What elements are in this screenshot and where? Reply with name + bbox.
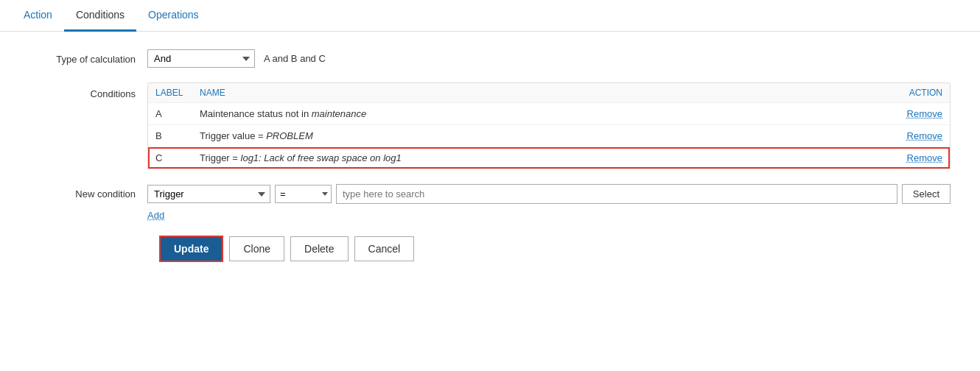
conditions-table-header: LABEL NAME ACTION bbox=[148, 83, 950, 103]
new-condition-operator-select[interactable]: = ≠ < > contains bbox=[275, 185, 332, 203]
table-row: B Trigger value = PROBLEM Remove bbox=[148, 125, 950, 147]
new-condition-search-input[interactable] bbox=[336, 184, 897, 204]
table-row: C Trigger = log1: Lack of free swap spac… bbox=[148, 147, 950, 169]
row-action: Remove bbox=[891, 125, 950, 147]
tab-operations[interactable]: Operations bbox=[136, 0, 210, 32]
remove-link[interactable]: Remove bbox=[907, 130, 942, 141]
new-condition-section: New condition Trigger Trigger name Trigg… bbox=[29, 184, 951, 221]
clone-button[interactable]: Clone bbox=[229, 236, 284, 261]
tab-conditions[interactable]: Conditions bbox=[64, 0, 136, 32]
tab-action[interactable]: Action bbox=[12, 0, 64, 32]
row-action: Remove bbox=[891, 147, 950, 169]
update-button[interactable]: Update bbox=[159, 236, 223, 262]
row-name-italic: maintenance bbox=[312, 108, 366, 119]
main-content: Type of calculation And Or Custom expres… bbox=[0, 32, 980, 280]
col-action-header: ACTION bbox=[891, 83, 950, 103]
select-button[interactable]: Select bbox=[902, 184, 951, 204]
row-name-italic: log1: Lack of free swap space on log1 bbox=[241, 152, 402, 163]
row-name: Trigger value = PROBLEM bbox=[192, 125, 891, 147]
table-row: A Maintenance status not in maintenance … bbox=[148, 103, 950, 125]
new-condition-controls: Trigger Trigger name Trigger severity Ho… bbox=[147, 184, 951, 221]
type-of-calculation-select[interactable]: And Or Custom expression bbox=[147, 49, 255, 68]
type-of-calculation-control: And Or Custom expression A and B and C bbox=[147, 49, 951, 68]
conditions-section: Conditions LABEL NAME ACTION A Maintenan… bbox=[29, 82, 951, 169]
new-condition-label: New condition bbox=[29, 184, 147, 199]
calc-formula: A and B and C bbox=[264, 53, 326, 64]
new-condition-type-select[interactable]: Trigger Trigger name Trigger severity Ho… bbox=[147, 185, 270, 203]
row-name: Trigger = log1: Lack of free swap space … bbox=[192, 147, 891, 169]
cancel-button[interactable]: Cancel bbox=[354, 236, 415, 261]
col-label-header: LABEL bbox=[148, 83, 192, 103]
row-label: A bbox=[148, 103, 192, 125]
row-label: B bbox=[148, 125, 192, 147]
conditions-table-wrap: LABEL NAME ACTION A Maintenance status n… bbox=[147, 82, 951, 169]
row-name-italic: PROBLEM bbox=[266, 130, 313, 141]
new-condition-row: Trigger Trigger name Trigger severity Ho… bbox=[147, 184, 951, 204]
remove-link[interactable]: Remove bbox=[907, 152, 942, 163]
action-buttons-section: Update Clone Delete Cancel bbox=[29, 236, 951, 262]
row-label: C bbox=[148, 147, 192, 169]
type-of-calculation-label: Type of calculation bbox=[29, 49, 147, 65]
remove-link[interactable]: Remove bbox=[907, 108, 942, 119]
tabs-bar: Action Conditions Operations bbox=[0, 0, 980, 32]
conditions-table: LABEL NAME ACTION A Maintenance status n… bbox=[148, 83, 950, 169]
row-name: Maintenance status not in maintenance bbox=[192, 103, 891, 125]
add-link[interactable]: Add bbox=[147, 210, 164, 221]
row-action: Remove bbox=[891, 103, 950, 125]
type-of-calculation-row: Type of calculation And Or Custom expres… bbox=[29, 49, 951, 68]
delete-button[interactable]: Delete bbox=[290, 236, 348, 261]
conditions-label: Conditions bbox=[29, 82, 147, 99]
col-name-header: NAME bbox=[192, 83, 891, 103]
